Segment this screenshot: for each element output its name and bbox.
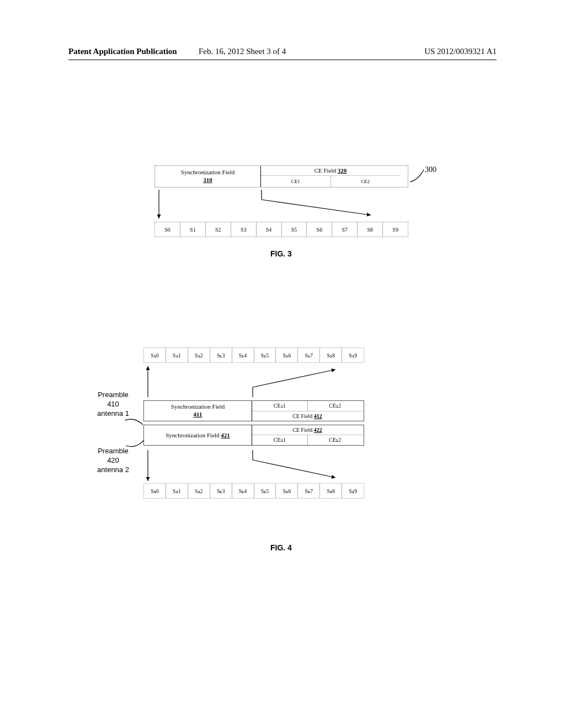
fig4-upper-arrows-icon: [143, 364, 364, 400]
preamble-410-label: Preamble 410 antenna 1: [91, 390, 135, 419]
fig3-sync-label: Synchronization Field: [181, 169, 234, 175]
header-right: US 2012/0039321 A1: [424, 47, 497, 56]
fig3-slot: S7: [332, 222, 358, 237]
fig3-slot: S2: [206, 222, 231, 237]
svg-line-2: [262, 200, 371, 215]
header-left: Patent Application Publication: [68, 47, 177, 56]
svg-line-5: [253, 370, 335, 387]
fig3-slots-row: S0 S1 S2 S3 S4 S5 S6 S7 S8 S9: [154, 222, 408, 237]
fig4-slot: S₂1: [166, 484, 188, 498]
fig4-slot: S₁5: [254, 348, 276, 362]
fig4-lower-arrows-icon: [143, 447, 364, 483]
fig3-sync-ref: 310: [203, 176, 212, 183]
fig4-slot: S₁6: [276, 348, 298, 362]
preamble-420-label: Preamble 420 antenna 2: [91, 447, 135, 475]
callout-300-arc-icon: [408, 170, 430, 186]
fig4-slots1-row: S₁0 S₁1 S₁2 S₁3 S₁4 S₁5 S₁6 S₁7 S₁8 S₁9: [143, 347, 364, 363]
fig3-slot: S3: [231, 222, 257, 237]
fig4-ce-412: CE₁1 CE₁2 CE Field 412: [252, 401, 363, 421]
fig4-slot: S₂7: [298, 484, 320, 498]
fig4-preamble-410-row: Synchronization Field 411 CE₁1 CE₁2 CE F…: [143, 400, 364, 421]
fig3-ce-title: CE Field 320: [261, 166, 400, 176]
fig3-sync-field: Synchronization Field 310: [155, 166, 261, 187]
fig4-slot: S₂2: [188, 484, 210, 498]
fig3-slot: S5: [282, 222, 307, 237]
header-center: Feb. 16, 2012 Sheet 3 of 4: [199, 47, 286, 56]
fig4-slot: S₁8: [320, 348, 342, 362]
page-header: Patent Application Publication Feb. 16, …: [0, 47, 565, 56]
fig4-ce-422: CE Field 422 CE₂1 CE₂2: [252, 425, 363, 445]
fig3-slot: S1: [180, 222, 206, 237]
svg-line-8: [253, 460, 335, 478]
fig4-sync-421: Synchronization Field 421: [144, 425, 252, 445]
fig3-slot: S9: [383, 222, 408, 237]
fig4-slot: S₂5: [254, 484, 276, 498]
fig4-slot: S₂4: [232, 484, 254, 498]
fig4-slot: S₁4: [232, 348, 254, 362]
figure-3-label: FIG. 3: [270, 249, 292, 258]
fig3-slot: S8: [358, 222, 383, 237]
fig4-preamble-420-row: Synchronization Field 421 CE Field 422 C…: [143, 425, 364, 446]
fig4-sync-411: Synchronization Field 411: [144, 401, 252, 421]
figure-4-label: FIG. 4: [270, 543, 292, 552]
fig3-ce2: CE2: [331, 176, 401, 187]
fig3-ce1: CE1: [261, 176, 331, 187]
fig3-slot: S6: [307, 222, 332, 237]
fig4-slot: S₁3: [210, 348, 232, 362]
fig4-slot: S₂3: [210, 484, 232, 498]
fig4-slot: S₁2: [188, 348, 210, 362]
fig3-ce-field: CE Field 320 CE1 CE2: [261, 166, 400, 187]
fig4-slot: S₂8: [320, 484, 342, 498]
fig4-slot: S₁7: [298, 348, 320, 362]
fig4-slot: S₂9: [342, 484, 364, 498]
fig3-slot: S4: [257, 222, 282, 237]
fig4-slot: S₁0: [144, 348, 166, 362]
fig3-slot: S0: [155, 222, 180, 237]
fig3-ce-subrow: CE1 CE2: [261, 176, 400, 187]
fig3-top-row: Synchronization Field 310 CE Field 320 C…: [154, 165, 408, 188]
fig4-slots2-row: S₂0 S₂1 S₂2 S₂3 S₂4 S₂5 S₂6 S₂7 S₂8 S₂9: [143, 483, 364, 499]
fig4-slot: S₁9: [342, 348, 364, 362]
fig4-slot: S₁1: [166, 348, 188, 362]
fig4-slot: S₂0: [144, 484, 166, 498]
fig4-slot: S₂6: [276, 484, 298, 498]
header-rule: [68, 60, 497, 60]
fig3-arrows-icon: [154, 188, 408, 222]
